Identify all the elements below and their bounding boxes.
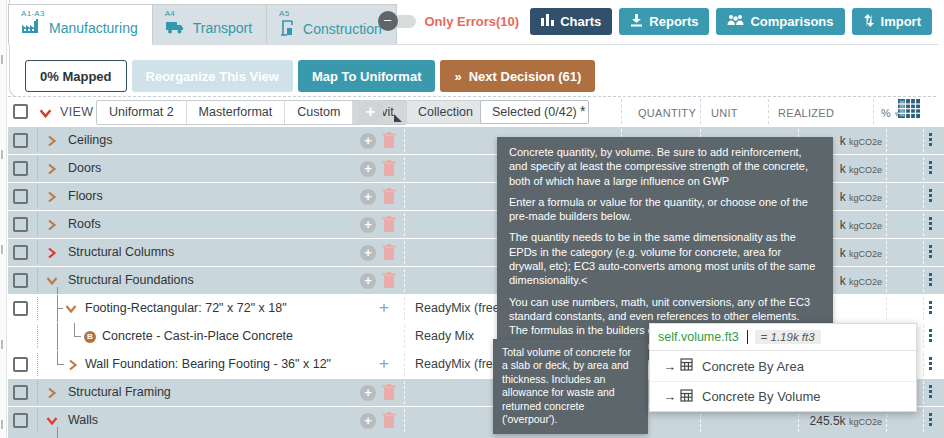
trash-icon[interactable] xyxy=(382,412,396,432)
add-circle-icon[interactable]: + xyxy=(360,273,376,289)
trash-icon[interactable] xyxy=(382,272,396,292)
row-label: Concrete - Cast-in-Place Concrete xyxy=(102,329,293,343)
charts-button[interactable]: Charts xyxy=(530,8,612,35)
collapsed-side-panel[interactable] xyxy=(0,0,7,438)
view-chevron-down-icon[interactable] xyxy=(39,106,52,124)
add-circle-icon[interactable]: + xyxy=(360,133,376,149)
row-checkbox[interactable] xyxy=(13,217,28,232)
tree-line xyxy=(57,427,58,438)
row-menu-icon[interactable] xyxy=(929,413,932,426)
view-tab-uniformat2[interactable]: Uniformat 2 xyxy=(97,101,186,124)
chevron-right-icon[interactable] xyxy=(46,191,58,203)
row-checkbox[interactable] xyxy=(13,189,28,204)
trash-icon[interactable] xyxy=(382,188,396,208)
chevron-right-icon[interactable] xyxy=(46,387,58,399)
import-label: Import xyxy=(881,14,921,29)
trash-icon[interactable] xyxy=(382,384,396,404)
formula-input[interactable]: self.volume.ft3 = 1.19k ft3 xyxy=(650,324,916,351)
quantity-formula-panel: self.volume.ft3 = 1.19k ft3 → Concrete B… xyxy=(649,323,917,412)
trash-icon[interactable] xyxy=(382,244,396,264)
import-button[interactable]: Import xyxy=(852,8,932,35)
row-menu-icon[interactable] xyxy=(929,161,932,174)
row-checkbox[interactable] xyxy=(13,357,28,372)
row-checkbox[interactable] xyxy=(13,301,28,316)
row-label: Roofs xyxy=(68,217,101,231)
trash-icon[interactable] xyxy=(382,132,396,152)
table-settings-icon[interactable] xyxy=(898,99,920,122)
comparisons-button[interactable]: Comparisons xyxy=(716,8,844,35)
add-plus-icon[interactable]: + xyxy=(379,354,389,374)
view-tab-custom[interactable]: Custom xyxy=(284,101,352,124)
row-checkbox[interactable] xyxy=(13,385,28,400)
header-separator xyxy=(621,99,622,124)
row-menu-icon[interactable] xyxy=(929,133,932,146)
row-label: Structural Columns xyxy=(68,245,174,259)
tree-line xyxy=(57,323,58,350)
row-menu-icon[interactable] xyxy=(929,385,932,398)
add-circle-icon[interactable]: + xyxy=(360,385,376,401)
selected-header-button[interactable]: Selected (0/42) xyxy=(480,100,589,124)
add-circle-icon[interactable]: + xyxy=(360,217,376,233)
collection-value[interactable]: Ready Mix xyxy=(415,329,474,343)
stage-label: A4 xyxy=(165,9,252,18)
builder-option-concrete-by-volume[interactable]: → Concrete By Volume xyxy=(650,381,916,411)
chevron-down-icon[interactable] xyxy=(46,275,58,287)
comparisons-label: Comparisons xyxy=(750,14,833,29)
top-actions: – Only Errors(10) Charts Reports Compari… xyxy=(380,8,933,35)
row-label: Ceilings xyxy=(68,133,112,147)
percent-column-header[interactable]: % ▾ xyxy=(881,107,899,119)
add-circle-icon[interactable]: + xyxy=(360,189,376,205)
reports-button[interactable]: Reports xyxy=(619,8,709,35)
reorganize-view-button[interactable]: Reorganize This View xyxy=(132,60,293,92)
row-menu-icon[interactable] xyxy=(929,357,932,370)
add-view-button[interactable]: + xyxy=(358,100,383,125)
view-tab-masterformat[interactable]: Masterformat xyxy=(186,101,285,124)
row-menu-icon[interactable] xyxy=(929,329,932,342)
row-checkbox[interactable] xyxy=(13,413,28,428)
builder-option-label: Concrete By Volume xyxy=(702,389,821,404)
add-circle-icon[interactable]: + xyxy=(360,413,376,429)
row-menu-icon[interactable] xyxy=(929,301,932,314)
trash-icon[interactable] xyxy=(382,160,396,180)
add-circle-icon[interactable]: + xyxy=(360,245,376,261)
row-menu-icon[interactable] xyxy=(929,217,932,230)
tree-line xyxy=(74,323,81,337)
quantity-column-header: QUANTITY xyxy=(638,107,696,119)
add-circle-icon[interactable]: + xyxy=(360,161,376,177)
chevron-right-icon[interactable] xyxy=(67,359,79,371)
row-menu-icon[interactable] xyxy=(929,245,932,258)
only-errors-toggle[interactable]: – xyxy=(380,15,416,28)
row-checkbox[interactable] xyxy=(13,133,28,148)
row-checkbox[interactable] xyxy=(13,161,28,176)
collection-header-button[interactable]: Collection xyxy=(406,100,485,124)
chevron-right-icon[interactable] xyxy=(46,247,58,259)
tab-transport[interactable]: A4 Transport xyxy=(153,4,267,45)
row-menu-icon[interactable] xyxy=(929,189,932,202)
add-plus-icon[interactable]: + xyxy=(379,298,389,318)
tab-construction[interactable]: A5 Construction xyxy=(267,4,397,45)
row-label: Walls xyxy=(68,413,98,427)
header-separator xyxy=(768,99,769,124)
tab-manufacturing[interactable]: A1-A3 Manufacturing xyxy=(8,4,153,45)
builder-option-concrete-by-area[interactable]: → Concrete By Area xyxy=(650,351,916,381)
row-checkbox[interactable] xyxy=(13,245,28,260)
trash-icon[interactable] xyxy=(382,216,396,236)
next-decision-button[interactable]: » Next Decision (61) xyxy=(440,60,595,92)
chevron-right-icon[interactable] xyxy=(46,135,58,147)
row-menu-icon[interactable] xyxy=(929,273,932,286)
select-all-checkbox[interactable] xyxy=(13,104,28,119)
realized-value: k kgCO2e xyxy=(840,134,882,148)
tab-label: Transport xyxy=(193,20,252,36)
map-to-uniformat-button[interactable]: Map To Uniformat xyxy=(298,60,436,92)
only-errors-label: Only Errors(10) xyxy=(425,14,520,29)
mapped-button[interactable]: 0% Mapped xyxy=(25,60,127,92)
row-checkbox[interactable] xyxy=(13,273,28,288)
chevron-right-icon[interactable] xyxy=(46,219,58,231)
text-cursor xyxy=(747,330,748,344)
ec3-project-screen: A1-A3 Manufacturing A4 Transport A5 xyxy=(0,0,944,438)
chevron-down-icon[interactable] xyxy=(46,415,58,427)
grid-header: VIEW Uniformat 2 Masterformat Custom Rev… xyxy=(8,97,944,127)
column-resize-handle[interactable] xyxy=(394,114,402,122)
chevron-right-icon[interactable] xyxy=(46,163,58,175)
chevron-down-icon[interactable] xyxy=(65,303,77,315)
